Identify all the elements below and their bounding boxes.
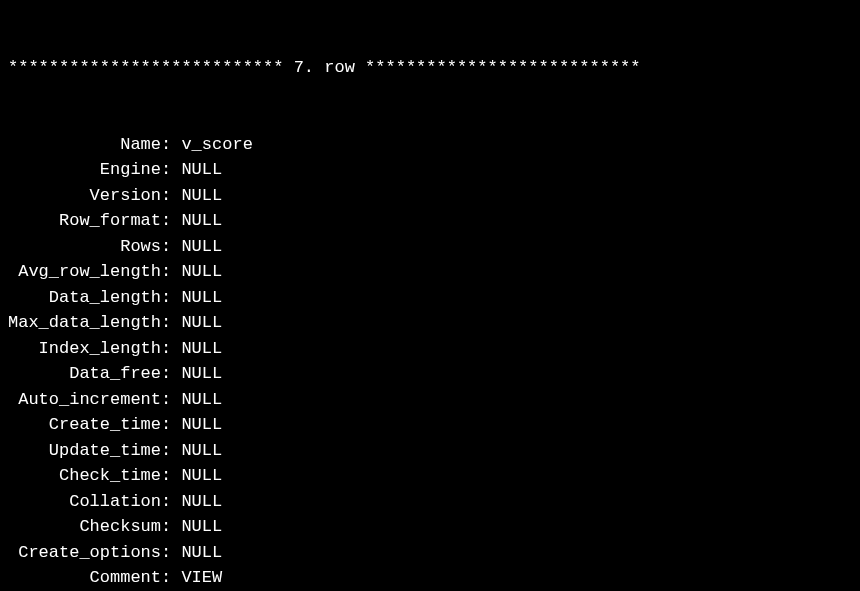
field-value: NULL xyxy=(181,310,222,336)
field-label: Max_data_length xyxy=(8,310,161,336)
field-label: Data_length xyxy=(8,285,161,311)
field-value: NULL xyxy=(181,412,222,438)
field-row: Avg_row_length: NULL xyxy=(8,259,852,285)
field-row: Version: NULL xyxy=(8,183,852,209)
field-row: Create_options: NULL xyxy=(8,540,852,566)
field-label: Collation xyxy=(8,489,161,515)
field-label: Create_time xyxy=(8,412,161,438)
field-value: NULL xyxy=(181,489,222,515)
field-row: Name: v_score xyxy=(8,132,852,158)
field-label: Row_format xyxy=(8,208,161,234)
field-separator: : xyxy=(161,463,181,489)
field-value: NULL xyxy=(181,361,222,387)
field-separator: : xyxy=(161,565,181,591)
field-row: Collation: NULL xyxy=(8,489,852,515)
field-row: Data_length: NULL xyxy=(8,285,852,311)
field-value: NULL xyxy=(181,183,222,209)
field-label: Engine xyxy=(8,157,161,183)
field-value: NULL xyxy=(181,438,222,464)
field-separator: : xyxy=(161,336,181,362)
fields-list: Name: v_scoreEngine: NULLVersion: NULLRo… xyxy=(8,132,852,591)
field-value: NULL xyxy=(181,463,222,489)
field-label: Create_options xyxy=(8,540,161,566)
field-value: NULL xyxy=(181,157,222,183)
field-value: NULL xyxy=(181,285,222,311)
field-label: Rows xyxy=(8,234,161,260)
field-row: Check_time: NULL xyxy=(8,463,852,489)
field-value: NULL xyxy=(181,234,222,260)
field-separator: : xyxy=(161,259,181,285)
field-value: NULL xyxy=(181,208,222,234)
terminal-output: *************************** 7. row *****… xyxy=(8,4,852,591)
field-separator: : xyxy=(161,387,181,413)
field-value: NULL xyxy=(181,540,222,566)
field-separator: : xyxy=(161,412,181,438)
field-label: Index_length xyxy=(8,336,161,362)
field-separator: : xyxy=(161,285,181,311)
field-separator: : xyxy=(161,514,181,540)
field-separator: : xyxy=(161,234,181,260)
field-row: Data_free: NULL xyxy=(8,361,852,387)
field-label: Update_time xyxy=(8,438,161,464)
field-label: Avg_row_length xyxy=(8,259,161,285)
header-right-stars: *************************** xyxy=(365,58,640,77)
header-left-stars: *************************** xyxy=(8,58,283,77)
field-label: Check_time xyxy=(8,463,161,489)
field-label: Checksum xyxy=(8,514,161,540)
field-row: Auto_increment: NULL xyxy=(8,387,852,413)
field-row: Rows: NULL xyxy=(8,234,852,260)
field-separator: : xyxy=(161,208,181,234)
field-row: Create_time: NULL xyxy=(8,412,852,438)
field-value: v_score xyxy=(181,132,252,158)
field-value: NULL xyxy=(181,259,222,285)
field-separator: : xyxy=(161,540,181,566)
field-label: Auto_increment xyxy=(8,387,161,413)
field-row: Update_time: NULL xyxy=(8,438,852,464)
field-value: NULL xyxy=(181,514,222,540)
field-separator: : xyxy=(161,183,181,209)
field-row: Checksum: NULL xyxy=(8,514,852,540)
header-row-label: 7. row xyxy=(283,58,365,77)
field-row: Max_data_length: NULL xyxy=(8,310,852,336)
field-separator: : xyxy=(161,132,181,158)
field-row: Row_format: NULL xyxy=(8,208,852,234)
field-label: Name xyxy=(8,132,161,158)
field-row: Comment: VIEW xyxy=(8,565,852,591)
field-label: Data_free xyxy=(8,361,161,387)
field-separator: : xyxy=(161,361,181,387)
field-value: NULL xyxy=(181,336,222,362)
field-separator: : xyxy=(161,438,181,464)
row-header: *************************** 7. row *****… xyxy=(8,55,852,81)
field-separator: : xyxy=(161,489,181,515)
field-separator: : xyxy=(161,157,181,183)
field-separator: : xyxy=(161,310,181,336)
field-row: Engine: NULL xyxy=(8,157,852,183)
field-label: Comment xyxy=(8,565,161,591)
field-value: NULL xyxy=(181,387,222,413)
field-value: VIEW xyxy=(181,565,222,591)
field-label: Version xyxy=(8,183,161,209)
field-row: Index_length: NULL xyxy=(8,336,852,362)
